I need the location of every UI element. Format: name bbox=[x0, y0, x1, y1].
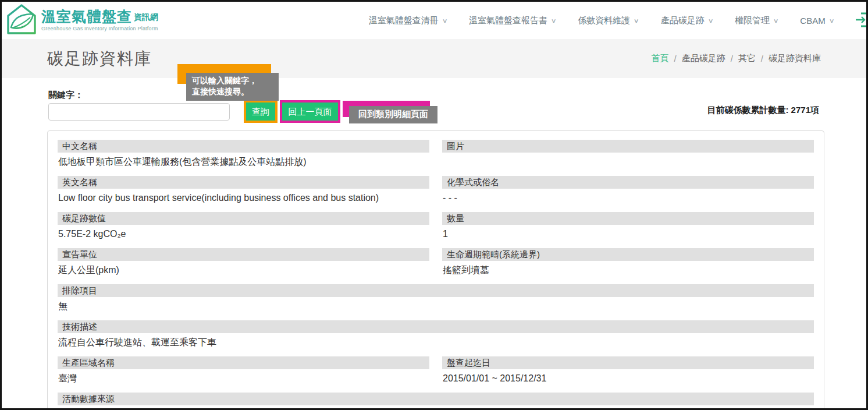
field-label: 中文名稱 bbox=[58, 140, 429, 153]
field-value: 無 bbox=[58, 300, 814, 312]
nav-item-inventory-report[interactable]: 溫室氣體盤查報告書 ∨ bbox=[469, 15, 556, 26]
query-button[interactable]: 查詢 bbox=[246, 102, 275, 121]
nav-item-label: CBAM bbox=[800, 16, 825, 26]
nav-item-inventory-list[interactable]: 溫室氣體盤查清冊 ∨ bbox=[369, 15, 447, 26]
nav-item-cbam[interactable]: CBAM ∨ bbox=[800, 16, 834, 26]
field-label: 圖片 bbox=[442, 140, 814, 153]
breadcrumb-separator: / bbox=[674, 54, 676, 63]
field-label: 化學式或俗名 bbox=[442, 176, 814, 189]
breadcrumb-separator: / bbox=[731, 54, 733, 63]
logo-house-leaf-icon bbox=[6, 3, 37, 37]
back-tooltip: 回到類別明細頁面 bbox=[349, 106, 437, 123]
field-value: 低地板甲類市區公車運輸服務(包含營業據點及公車站點排放) bbox=[58, 155, 429, 168]
logo-title: 溫室氣體盤查 bbox=[41, 9, 132, 24]
main-nav: 溫室氣體盤查清冊 ∨ 溫室氣體盤查報告書 ∨ 係數資料維護 ∨ 產品碳足跡 ∨ … bbox=[369, 15, 834, 26]
title-band: 碳足跡資料庫 首頁 / 產品碳足跡 / 其它 / 碳足跡資料庫 bbox=[2, 39, 866, 78]
breadcrumb-product-carbon-footprint[interactable]: 產品碳足跡 bbox=[682, 53, 725, 64]
field-label: 排除項目 bbox=[58, 284, 814, 297]
field-label: 數量 bbox=[442, 212, 814, 225]
detail-row: 排除項目無 bbox=[58, 284, 814, 312]
detail-rows: 中文名稱低地板甲類市區公車運輸服務(包含營業據點及公車站點排放)圖片英文名稱Lo… bbox=[58, 140, 814, 410]
nav-item-coefficient-maintenance[interactable]: 係數資料維護 ∨ bbox=[578, 15, 638, 26]
field-label: 宣告單位 bbox=[58, 248, 429, 261]
nav-item-label: 溫室氣體盤查報告書 bbox=[469, 15, 547, 26]
field-label: 盤查起迄日 bbox=[442, 356, 814, 369]
field-value: 延人公里(pkm) bbox=[58, 264, 429, 276]
nav-item-label: 溫室氣體盤查清冊 bbox=[369, 15, 439, 26]
top-header: 溫室氣體盤查 資訊網 Greenhouse Gas Inventory Info… bbox=[2, 2, 866, 39]
chevron-down-icon: ∨ bbox=[551, 17, 557, 24]
site-logo[interactable]: 溫室氣體盤查 資訊網 Greenhouse Gas Inventory Info… bbox=[6, 3, 158, 37]
field-group: 中文名稱低地板甲類市區公車運輸服務(包含營業據點及公車站點排放) bbox=[58, 140, 429, 168]
breadcrumb-home[interactable]: 首頁 bbox=[651, 53, 668, 64]
field-group: 生命週期範疇(系統邊界)搖籃到墳墓 bbox=[442, 248, 814, 276]
field-group: 活動數據來源 bbox=[58, 393, 814, 410]
detail-row: 碳足跡數值5.75E-2 kgCO₂e數量1 bbox=[58, 212, 814, 240]
field-group: 技術描述流程自公車行駛進站、載運至乘客下車 bbox=[58, 320, 814, 348]
field-label: 生產區域名稱 bbox=[58, 356, 429, 369]
nav-item-product-carbon-footprint[interactable]: 產品碳足跡 ∨ bbox=[661, 15, 713, 26]
back-button-highlight: 回上一頁面 bbox=[280, 100, 340, 123]
details-card: 中文名稱低地板甲類市區公車運輸服務(包含營業據點及公車站點排放)圖片英文名稱Lo… bbox=[47, 130, 824, 410]
field-label: 技術描述 bbox=[58, 320, 814, 333]
field-group: 圖片 bbox=[442, 140, 814, 168]
logo-title-suffix: 資訊網 bbox=[134, 12, 158, 24]
field-value: 流程自公車行駛進站、載運至乘客下車 bbox=[58, 336, 814, 348]
coefficient-count-text: 目前碳係數累計數量: 2771項 bbox=[707, 105, 819, 116]
nav-item-label: 係數資料維護 bbox=[578, 15, 630, 26]
detail-row: 生產區域名稱臺灣盤查起迄日2015/01/01 ~ 2015/12/31 bbox=[58, 356, 814, 384]
keyword-label: 關鍵字： bbox=[48, 90, 83, 101]
field-label: 碳足跡數值 bbox=[58, 212, 429, 225]
chevron-down-icon: ∨ bbox=[442, 17, 447, 24]
chevron-down-icon: ∨ bbox=[828, 17, 834, 24]
chevron-down-icon: ∨ bbox=[707, 17, 713, 24]
query-button-highlight: 查詢 bbox=[244, 100, 278, 123]
logo-subtitle: Greenhouse Gas Inventory Information Pla… bbox=[41, 26, 158, 31]
nav-item-label: 權限管理 bbox=[735, 15, 770, 26]
nav-item-permission-management[interactable]: 權限管理 ∨ bbox=[735, 15, 778, 26]
detail-row: 中文名稱低地板甲類市區公車運輸服務(包含營業據點及公車站點排放)圖片 bbox=[58, 140, 814, 168]
nav-item-label: 產品碳足跡 bbox=[661, 15, 705, 26]
detail-row: 宣告單位延人公里(pkm)生命週期範疇(系統邊界)搖籃到墳墓 bbox=[58, 248, 814, 276]
field-value: 5.75E-2 kgCO₂e bbox=[58, 228, 429, 240]
breadcrumb-other[interactable]: 其它 bbox=[738, 53, 756, 64]
detail-row: 活動數據來源 bbox=[58, 393, 814, 410]
field-label: 活動數據來源 bbox=[58, 393, 814, 405]
logout-icon[interactable] bbox=[855, 12, 868, 27]
detail-row: 技術描述流程自公車行駛進站、載運至乘客下車 bbox=[58, 320, 814, 348]
page-frame: 溫室氣體盤查 資訊網 Greenhouse Gas Inventory Info… bbox=[0, 0, 868, 410]
field-group: 宣告單位延人公里(pkm) bbox=[58, 248, 429, 276]
detail-row: 英文名稱Low floor city bus transport service… bbox=[58, 176, 814, 204]
field-group: 盤查起迄日2015/01/01 ~ 2015/12/31 bbox=[442, 356, 814, 384]
field-value: - - - bbox=[442, 192, 814, 204]
field-group: 英文名稱Low floor city bus transport service… bbox=[58, 176, 429, 204]
field-label: 生命週期範疇(系統邊界) bbox=[442, 248, 814, 261]
field-group: 碳足跡數值5.75E-2 kgCO₂e bbox=[58, 212, 429, 240]
keyword-tooltip: 可以輸入關鍵字， 直接快速搜尋。 bbox=[186, 73, 279, 101]
keyword-search-input[interactable] bbox=[48, 103, 230, 121]
field-value: 臺灣 bbox=[58, 372, 429, 384]
breadcrumb: 首頁 / 產品碳足跡 / 其它 / 碳足跡資料庫 bbox=[651, 53, 821, 64]
field-value: 2015/01/01 ~ 2015/12/31 bbox=[442, 372, 814, 384]
field-value bbox=[442, 155, 814, 168]
page-title: 碳足跡資料庫 bbox=[47, 48, 152, 70]
field-label: 英文名稱 bbox=[58, 176, 429, 189]
field-value: 1 bbox=[442, 228, 814, 240]
breadcrumb-current: 碳足跡資料庫 bbox=[769, 53, 821, 64]
keyword-tooltip-line2: 直接快速搜尋。 bbox=[192, 86, 273, 97]
keyword-tooltip-line1: 可以輸入關鍵字， bbox=[192, 75, 273, 86]
field-value: 搖籃到墳墓 bbox=[442, 264, 814, 276]
field-value: Low floor city bus transport service(inc… bbox=[58, 192, 429, 204]
field-group: 數量1 bbox=[442, 212, 814, 240]
field-group: 生產區域名稱臺灣 bbox=[58, 356, 429, 384]
chevron-down-icon: ∨ bbox=[634, 17, 639, 24]
chevron-down-icon: ∨ bbox=[773, 17, 779, 24]
back-button[interactable]: 回上一頁面 bbox=[282, 102, 338, 121]
field-group: 化學式或俗名- - - bbox=[442, 176, 814, 204]
breadcrumb-separator: / bbox=[761, 54, 763, 63]
field-group: 排除項目無 bbox=[58, 284, 814, 312]
